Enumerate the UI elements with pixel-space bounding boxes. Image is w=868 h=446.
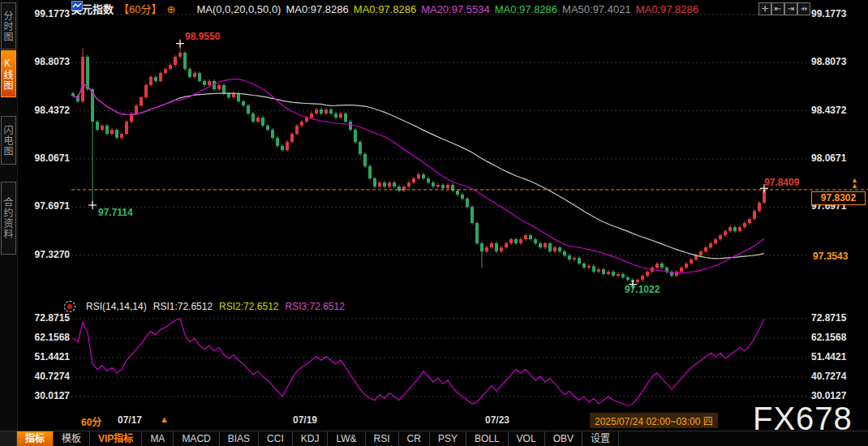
sidebar-tab-time-chart[interactable]: 分时图 xyxy=(1,2,16,49)
sidebar-tab-contract-info[interactable]: 合约资料 xyxy=(1,182,16,255)
current-price-label: 97.8302 xyxy=(811,191,866,205)
toolbar-item-macd[interactable]: MACD xyxy=(174,431,219,446)
trading-app-window: 分时图 K线图 闪电图 合约资料 美元指数【60分】⊕MA(0,0,20,0,5… xyxy=(0,0,868,446)
x-axis-label: 07/23 xyxy=(485,414,509,426)
price-up-arrows-icon: ▲▲ xyxy=(851,178,858,189)
toolbar-item-template[interactable]: 模板 xyxy=(54,431,90,446)
toolbar-item-indicator[interactable]: 指标 xyxy=(17,431,54,446)
y-axis-label: 97.6971 xyxy=(23,200,70,212)
compare-icon[interactable]: ⊕ xyxy=(166,3,175,15)
pan-right-icon[interactable]: ⇸ xyxy=(797,2,810,15)
toolbar-item-settings[interactable]: 设置 xyxy=(582,431,619,446)
secondary-price-label: 97.3543 xyxy=(811,251,863,263)
toolbar-item-cci[interactable]: CCI xyxy=(259,431,293,446)
toolbar-item-ma[interactable]: MA xyxy=(142,431,174,446)
y-axis-label: 98.4372 xyxy=(23,105,70,116)
x-axis-label: 07/19 xyxy=(293,414,317,426)
toolbar-item-lw[interactable]: LW& xyxy=(328,431,365,446)
y-axis-label: 98.0671 xyxy=(811,152,865,164)
recent-high-annotation: 97.8409 xyxy=(764,177,799,188)
y-axis-label: 97.3270 xyxy=(23,249,70,260)
rsi-axis-label: 72.8715 xyxy=(23,312,70,324)
y-axis-label: 98.4372 xyxy=(811,105,865,116)
rsi-axis-label: 51.4421 xyxy=(23,351,70,362)
current-bar-time-label: 2025/07/24 02:00~03:00 四 xyxy=(590,413,718,428)
rsi-axis-label: 40.7274 xyxy=(23,371,70,382)
sidebar-tab-flash-chart[interactable]: 闪电图 xyxy=(1,116,16,165)
ma-value: MA0:97.8286 xyxy=(495,3,557,15)
toolbar-item-psy[interactable]: PSY xyxy=(430,431,466,446)
ma-value: MA0:97.8286 xyxy=(286,3,348,15)
toolbar-item-boll[interactable]: BOLL xyxy=(466,431,509,446)
x-axis-label: 07/17 xyxy=(118,414,142,426)
rsi-axis-label: 30.0127 xyxy=(23,390,70,401)
rsi-label: RSI(14,14,14) xyxy=(86,301,147,312)
sidebar-tab-candle-chart[interactable]: K线图 xyxy=(1,50,16,97)
y-axis-label: 98.8073 xyxy=(23,56,70,67)
rsi-axis-label: 40.7274 xyxy=(811,371,865,382)
toolbar-item-rsi[interactable]: RSI xyxy=(366,431,399,446)
ma-value: MA50:97.4021 xyxy=(562,3,631,15)
ma-settings-label: MA(0,0,20,0,50,0) xyxy=(196,3,281,15)
period-up-icon[interactable]: ▲ xyxy=(160,414,169,424)
toolbar-item-vol[interactable]: VOL xyxy=(509,431,545,446)
rsi-axis-label: 51.4421 xyxy=(811,351,865,362)
chart-header: 美元指数【60分】⊕MA(0,0,20,0,50,0)MA0:97.8286MA… xyxy=(71,1,703,17)
rsi3-value: RSI3:72.6512 xyxy=(286,301,345,312)
toolbar-item-kdj[interactable]: KDJ xyxy=(293,431,329,446)
rsi1-value: RSI1:72.6512 xyxy=(153,301,213,312)
scale-left-icon[interactable]: ⇤ xyxy=(771,2,784,15)
rsi-header: RSI(14,14,14)RSI1:72.6512RSI2:72.6512RSI… xyxy=(86,301,351,312)
rsi-axis-label: 72.8715 xyxy=(811,312,865,324)
left-sidebar: 分时图 K线图 闪电图 合约资料 xyxy=(0,0,18,446)
toolbar-item-vip-indicator[interactable]: VIP指标 xyxy=(90,431,142,446)
period-label[interactable]: 60分 xyxy=(81,414,101,428)
rsi-axis-label: 30.0127 xyxy=(811,390,865,401)
period-badge: 【60分】 xyxy=(118,3,161,15)
low-price-annotation: 97.7114 xyxy=(98,207,133,218)
line-chart-icon xyxy=(180,4,191,14)
ma-value: MA20:97.5534 xyxy=(421,3,490,15)
toolbar-item-cr[interactable]: CR xyxy=(399,431,430,446)
scale-right-icon[interactable]: ⇥ xyxy=(784,2,797,15)
y-axis-label: 99.1773 xyxy=(811,8,865,19)
crosshair-icon[interactable]: ✛ xyxy=(758,2,771,15)
indicator-toolbar: 指标 模板 VIP指标 MA MACD BIAS CCI KDJ LW& RSI… xyxy=(0,431,868,446)
toolbar-item-bias[interactable]: BIAS xyxy=(220,431,259,446)
y-axis-label: 98.8073 xyxy=(811,56,865,67)
ma-value: MA0:97.8286 xyxy=(636,3,698,15)
toolbar-item-obv[interactable]: OBV xyxy=(545,431,582,446)
indicator-pane-icon[interactable] xyxy=(64,301,75,312)
low-price-annotation: 97.1022 xyxy=(625,284,660,295)
y-axis-label: 99.1773 xyxy=(23,8,70,19)
rsi-axis-label: 62.1568 xyxy=(23,332,70,343)
corner-handle xyxy=(0,431,17,446)
ma-value: MA0:97.8286 xyxy=(354,3,416,15)
rsi-axis-label: 62.1568 xyxy=(811,332,865,343)
y-axis-label: 98.0671 xyxy=(23,152,70,164)
rsi2-value: RSI2:72.6512 xyxy=(219,301,278,312)
high-price-annotation: 98.9550 xyxy=(185,31,220,42)
candlestick-chart[interactable] xyxy=(0,0,868,446)
